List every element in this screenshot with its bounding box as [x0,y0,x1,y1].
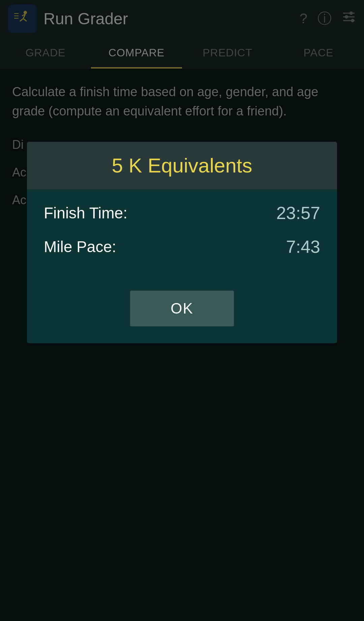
dialog-title-bar: 5 K Equivalents [27,142,337,189]
ok-button[interactable]: OK [130,291,234,326]
equivalents-dialog: 5 K Equivalents Finish Time: 23:57 Mile … [27,142,337,343]
finish-time-value: 23:57 [276,203,320,223]
mile-pace-value: 7:43 [286,237,320,257]
dialog-button-row: OK [27,284,337,343]
mile-pace-label: Mile Pace: [44,238,116,256]
dialog-title: 5 K Equivalents [112,154,252,177]
finish-time-label: Finish Time: [44,204,127,222]
mile-pace-row: Mile Pace: 7:43 [44,237,320,257]
finish-time-row: Finish Time: 23:57 [44,203,320,223]
dialog-body: Finish Time: 23:57 Mile Pace: 7:43 [27,189,337,284]
